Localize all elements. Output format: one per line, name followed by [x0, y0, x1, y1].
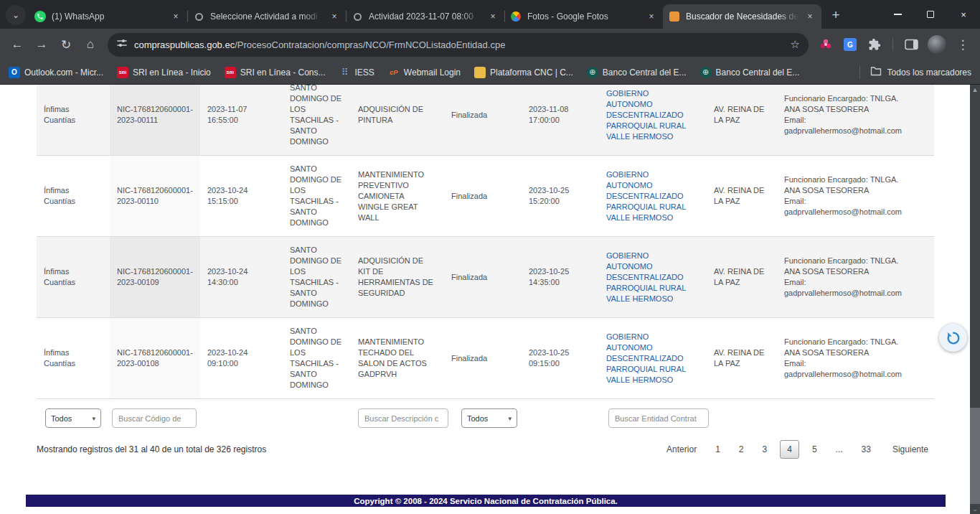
page-5-button[interactable]: 5	[806, 441, 823, 458]
page-3-button[interactable]: 3	[757, 441, 773, 458]
profile-avatar[interactable]	[928, 35, 946, 54]
back-button[interactable]: ←	[6, 33, 29, 56]
home-button[interactable]: ⌂	[79, 33, 102, 56]
tab-title: Seleccione Actividad a modi	[210, 11, 323, 22]
navigation-bar: ← → ↻ ⌂ compraspublicas.gob.ec/ProcesoCo…	[0, 29, 980, 60]
site-info-icon[interactable]	[116, 37, 128, 52]
tab-actividad[interactable]: Actividad 2023-11-07 08:00 ×	[346, 4, 504, 29]
status: Finalizada	[451, 272, 487, 283]
record-type: Ínfimas Cuantías	[44, 104, 103, 126]
url-text: compraspublicas.gob.ec/ProcesoContrataci…	[134, 39, 505, 50]
tab-whatsapp[interactable]: (1) WhatsApp ×	[29, 4, 187, 29]
code-search-input[interactable]	[112, 408, 197, 428]
tab-close-icon[interactable]: ×	[804, 11, 816, 22]
reload-button[interactable]: ↻	[55, 33, 77, 56]
address: AV. REINA DE LA PAZ	[714, 347, 770, 369]
close-window-button[interactable]: ×	[947, 0, 980, 29]
record-type: Ínfimas Cuantías	[44, 266, 103, 288]
tab-seleccione-actividad[interactable]: Seleccione Actividad a modi ×	[187, 4, 346, 29]
tab-title: Actividad 2023-11-07 08:00	[369, 11, 481, 22]
browser-menu-kebab-icon[interactable]: ⋮	[951, 33, 974, 56]
type-filter-select[interactable]: Todos ▾	[45, 408, 101, 428]
entity-link[interactable]: GOBIERNO AUTONOMO DESCENTRALIZADO PARROQ…	[606, 169, 688, 223]
tab-buscador-necesidades-active[interactable]: Buscador de Necesidades de ×	[663, 4, 821, 29]
location: SANTO DOMINGO DE LOS TSACHILAS - SANTO D…	[290, 85, 344, 147]
translate-extension-icon[interactable]: G	[839, 33, 862, 56]
bookmark-label: Banco Central del E...	[603, 67, 687, 78]
window-controls: ×	[881, 0, 980, 29]
bookmark-iess[interactable]: ⠿ IESS	[339, 67, 374, 78]
bookmark-banco-central-2[interactable]: ⊕ Banco Central del E...	[700, 67, 800, 78]
contact-name: Funcionario Encargado: TNLGA. ANA SOSA T…	[784, 174, 915, 196]
selected-value: Todos	[51, 414, 72, 423]
status-filter-select[interactable]: Todos ▾	[461, 408, 517, 428]
page-2-button[interactable]: 2	[733, 441, 750, 458]
bookmark-label: SRI en Línea - Cons...	[240, 67, 326, 78]
table-row: Ínfimas Cuantías NIC-1768120600001-2023-…	[37, 156, 934, 237]
table-row: Ínfimas Cuantías NIC-1768120600001-2023-…	[37, 237, 934, 318]
bookmark-webmail[interactable]: cP Webmail Login	[388, 67, 461, 78]
extensions-puzzle-icon[interactable]	[863, 33, 886, 56]
entity-link[interactable]: GOBIERNO AUTONOMO DESCENTRALIZADO PARROQ…	[606, 88, 688, 142]
outlook-icon: O	[9, 67, 20, 78]
scroll-down-arrow[interactable]: ⌄	[970, 504, 980, 514]
bookmark-sri-consultas[interactable]: SRI SRI en Línea - Cons...	[225, 67, 326, 78]
page-1-button[interactable]: 1	[710, 441, 726, 458]
description-search-input[interactable]	[358, 408, 448, 428]
scrollbar-thumb[interactable]	[970, 408, 980, 504]
bookmark-label: Plataforma CNC | C...	[490, 67, 573, 78]
bookmark-cnc[interactable]: Plataforma CNC | C...	[474, 67, 573, 78]
all-bookmarks[interactable]: Todos los marcadores	[859, 66, 971, 79]
new-tab-button[interactable]: +	[826, 5, 846, 25]
forward-button[interactable]: →	[30, 33, 53, 56]
table-row: Ínfimas Cuantías NIC-1768120600001-2023-…	[37, 85, 934, 156]
record-code: NIC-1768120600001-2023-00110	[117, 185, 193, 207]
location: SANTO DOMINGO DE LOS TSACHILAS - SANTO D…	[290, 326, 344, 391]
publish-date: 2023-10-24 15:15:00	[207, 185, 275, 207]
tab-close-icon[interactable]: ×	[646, 11, 657, 22]
chevron-down-icon: ▾	[92, 415, 95, 422]
generic-favicon	[193, 11, 204, 22]
next-page-button[interactable]: Siguiente	[887, 441, 934, 458]
maximize-button[interactable]	[914, 0, 947, 29]
sri-icon: SRI	[225, 67, 236, 78]
tab-google-fotos[interactable]: Fotos - Google Fotos ×	[504, 4, 663, 29]
contact-email: Email: gadprvallehermoso@hotmail.com	[784, 196, 915, 218]
minimize-button[interactable]	[881, 0, 914, 29]
description: MANTENIMIENTO PREVENTIVO CAMIONETA WINGL…	[358, 169, 437, 223]
tab-close-icon[interactable]: ×	[170, 11, 182, 22]
scroll-up-arrow[interactable]: ▲	[970, 85, 980, 95]
floating-accessibility-widget[interactable]	[939, 324, 967, 352]
tab-close-icon[interactable]: ×	[329, 11, 340, 22]
selected-value: Todos	[467, 414, 488, 423]
bookmark-sri-inicio[interactable]: SRI SRI en Línea - Inicio	[117, 67, 211, 78]
end-date: 2023-10-25 09:15:00	[529, 347, 592, 369]
url-path: /ProcesoContratacion/compras/NCO/FrmNCOL…	[235, 39, 505, 50]
bookmark-banco-central-1[interactable]: ⊕ Banco Central del E...	[587, 67, 687, 78]
contact-info: Funcionario Encargado: TNLGA. ANA SOSA T…	[784, 337, 915, 380]
entity-link[interactable]: GOBIERNO AUTONOMO DESCENTRALIZADO PARROQ…	[606, 251, 688, 304]
entity-link[interactable]: GOBIERNO AUTONOMO DESCENTRALIZADO PARROQ…	[606, 332, 688, 386]
pagination: Anterior 1 2 3 4 5 ... 33 Siguiente	[651, 440, 934, 459]
contact-name: Funcionario Encargado: TNLGA. ANA SOSA T…	[784, 337, 915, 358]
status: Finalizada	[451, 353, 487, 364]
contact-info: Funcionario Encargado: TNLGA. ANA SOSA T…	[784, 174, 915, 218]
page-33-button[interactable]: 33	[856, 441, 877, 458]
contact-email: Email: gadprvallehermoso@hotmail.com	[784, 277, 915, 299]
extension-pink-icon[interactable]	[814, 33, 837, 56]
address-bar[interactable]: compraspublicas.gob.ec/ProcesoContrataci…	[108, 33, 809, 57]
tab-search-button[interactable]: ⌄	[6, 5, 26, 25]
tab-title: Fotos - Google Fotos	[527, 11, 640, 22]
google-photos-favicon	[510, 11, 522, 22]
previous-page-button[interactable]: Anterior	[661, 441, 702, 458]
vertical-scrollbar[interactable]: ▲ ⌄	[970, 85, 980, 514]
page-4-button-current[interactable]: 4	[780, 440, 799, 459]
record-type: Ínfimas Cuantías	[44, 347, 103, 369]
entity-search-input[interactable]	[608, 408, 709, 428]
bookmark-outlook[interactable]: O Outlook.com - Micr...	[9, 67, 103, 78]
sri-icon: SRI	[117, 67, 128, 78]
side-panel-icon[interactable]	[900, 33, 923, 56]
bookmark-label: IESS	[355, 67, 374, 78]
tab-close-icon[interactable]: ×	[487, 11, 499, 22]
bookmark-star-icon[interactable]: ☆	[791, 38, 800, 51]
